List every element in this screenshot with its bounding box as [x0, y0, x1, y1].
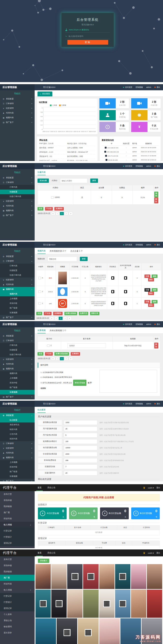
- pager-next[interactable]: ›: [64, 357, 68, 360]
- sidebar-item[interactable]: ¥ 结算管理 ▾: [0, 446, 35, 450]
- control-panel-link[interactable]: 控制面板: [136, 402, 143, 405]
- pager-prev[interactable]: ‹: [56, 357, 59, 360]
- sidebar-item[interactable]: 扣量配置: [0, 348, 35, 352]
- promo-photo[interactable]: [83, 564, 98, 589]
- logout-link[interactable]: 退出: [154, 165, 160, 168]
- bulk-action-button[interactable]: 全选: [36, 312, 42, 315]
- sidebar-item[interactable]: ▣ 视频列表 ▴: [0, 455, 35, 460]
- sidebar-item[interactable]: ♟ 代理列表 ▾: [0, 111, 35, 115]
- sidebar-item[interactable]: 上传视频: [0, 460, 35, 465]
- sidebar-item[interactable]: ▤ 推广盒子 ▾: [0, 120, 35, 125]
- agent-enable-toggle[interactable]: [124, 290, 127, 293]
- agent-enable-toggle[interactable]: [124, 302, 127, 305]
- logout-link[interactable]: 退出: [154, 402, 160, 405]
- sidebar-item[interactable]: 公告列表: [0, 432, 35, 436]
- pager-first[interactable]: «: [50, 317, 54, 320]
- sidebar-item[interactable]: ☰ 订单管理 ▴: [0, 338, 35, 343]
- sidebar-item[interactable]: 订单列表: [0, 343, 35, 348]
- preview-button[interactable]: 试看: [144, 300, 150, 304]
- agent-logout-link[interactable]: 退出: [156, 486, 160, 489]
- tab-home[interactable]: 首页: [35, 550, 44, 556]
- sidebar-item[interactable]: ¥ 结算管理 ▾: [0, 357, 35, 362]
- preview-button[interactable]: 试看: [144, 274, 150, 278]
- pager-first[interactable]: «: [51, 212, 55, 215]
- sidebar-item[interactable]: 退出登录: [0, 630, 35, 636]
- sidebar-item[interactable]: 扣量订单列表: [0, 273, 35, 278]
- pager-page-1[interactable]: 1: [60, 212, 64, 215]
- sidebar-item[interactable]: 试看视频: [0, 310, 35, 315]
- agent-notice-banner[interactable]: 代理用户说明,详情:点击查看: [38, 494, 160, 501]
- video-thumbnail[interactable]: [58, 272, 67, 284]
- sidebar-item[interactable]: ¥ 结算管理 ▾: [0, 278, 35, 282]
- edit-button[interactable]: 编辑: [152, 300, 158, 304]
- promo-photo[interactable]: [36, 564, 51, 589]
- setting-input[interactable]: [64, 464, 98, 469]
- sidebar-item[interactable]: 视频列表: [0, 292, 35, 296]
- bulk-action-button[interactable]: 批量删除: [53, 312, 62, 315]
- setting-input[interactable]: [64, 471, 98, 476]
- promo-photo[interactable]: [51, 590, 67, 618]
- sidebar-item[interactable]: 添加外链: [0, 497, 35, 504]
- agent-id-input[interactable]: [60, 178, 88, 183]
- promo-photo[interactable]: [67, 564, 82, 589]
- search-button[interactable]: 搜索: [80, 257, 88, 261]
- video-thumbnail[interactable]: [58, 287, 68, 296]
- sidebar-item[interactable]: 修改密码: [0, 624, 35, 630]
- tab-trial-video[interactable]: 试看视频: [38, 329, 46, 334]
- sidebar-item[interactable]: ▤ 推广盒子 ▾: [0, 479, 35, 481]
- sidebar-item[interactable]: ⚙ 系统配置 ▾: [0, 334, 35, 338]
- delete-button[interactable]: 删除: [148, 278, 154, 282]
- pager-page-1[interactable]: 1: [59, 317, 62, 320]
- pager-prev[interactable]: ‹: [56, 212, 59, 215]
- pager-next[interactable]: ›: [64, 212, 68, 215]
- bulk-action-button[interactable]: 不全选: [45, 352, 53, 356]
- promo-photo[interactable]: [147, 590, 162, 618]
- setting-input[interactable]: [64, 458, 98, 463]
- sidebar-item[interactable]: ¥ 结算管理 ▾: [0, 106, 35, 111]
- sidebar-item[interactable]: 发布打赏: [0, 491, 35, 497]
- sidebar-item[interactable]: 上传视频: [0, 296, 35, 301]
- bulk-action-button[interactable]: 批量删除: [71, 352, 80, 356]
- promo-photo[interactable]: [99, 564, 114, 589]
- sidebar-item[interactable]: ▣ 视频列表 ▴: [0, 287, 35, 292]
- sidebar-item[interactable]: 提现记录: [0, 605, 35, 612]
- bulk-action-button[interactable]: 全选: [38, 352, 44, 356]
- sidebar-item[interactable]: ¥ 结算管理 ▾: [0, 199, 35, 204]
- pager-last[interactable]: »: [69, 212, 73, 215]
- sidebar-item[interactable]: 推广链接: [0, 385, 35, 390]
- pager-last[interactable]: »: [68, 317, 72, 320]
- sidebar-item[interactable]: 打赏记录: [0, 593, 35, 599]
- sidebar-item[interactable]: 扣量配置: [0, 268, 35, 273]
- sidebar-item[interactable]: ⚙ 系统配置 ▾: [0, 96, 35, 101]
- row-checkbox[interactable]: [47, 344, 50, 347]
- bulk-action-button[interactable]: 批量生成短链接: [54, 352, 69, 356]
- promo-photo[interactable]: [83, 590, 98, 618]
- video-thumbnail[interactable]: BP: [58, 299, 67, 308]
- promo-photo[interactable]: [99, 590, 114, 618]
- enable-toggle[interactable]: [111, 290, 114, 293]
- bulk-action-button[interactable]: 全选: [38, 207, 44, 210]
- bulk-action-button[interactable]: 不全选: [44, 312, 52, 315]
- edit-button[interactable]: 编辑: [154, 192, 158, 198]
- sidebar-item[interactable]: 提现记录: [0, 540, 35, 546]
- tab-announcements[interactable]: 系统公告: [44, 484, 58, 491]
- visit-site-link[interactable]: 访问首页: [123, 86, 132, 89]
- bulk-action-button[interactable]: 批量生成链接: [64, 312, 77, 315]
- sidebar-item[interactable]: ⚙ 系统配置 ▾: [0, 176, 35, 180]
- tab-site-config[interactable]: 站点配置: [38, 408, 46, 413]
- sidebar-item[interactable]: ⚙ 系统配置 ▾: [0, 254, 35, 259]
- promo-photo[interactable]: [99, 618, 120, 644]
- sidebar-item[interactable]: ☰ 订单管理 ▴: [0, 180, 35, 185]
- row-checkbox[interactable]: [51, 196, 54, 199]
- delete-button[interactable]: 删除: [148, 292, 154, 295]
- promo-photo[interactable]: [115, 564, 130, 589]
- sidebar-item[interactable]: 试看视频: [0, 474, 35, 479]
- sidebar-item[interactable]: 订单列表: [0, 185, 35, 190]
- password-field[interactable]: ✎ 输入您的登录密码: [66, 35, 110, 39]
- sidebar-item[interactable]: 扣量订单列表: [0, 352, 35, 357]
- sidebar-item[interactable]: 添加外链: [0, 380, 35, 385]
- agent-enable-toggle[interactable]: [124, 276, 127, 280]
- sidebar-item[interactable]: ♟ 代理列表 ▾: [0, 450, 35, 455]
- promo-photo[interactable]: [115, 590, 130, 618]
- admin-user-link[interactable]: admin: [146, 86, 151, 88]
